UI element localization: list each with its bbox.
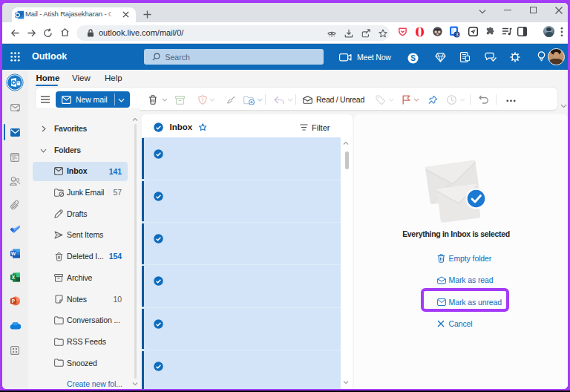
svg-text:3: 3 xyxy=(455,31,458,38)
svg-text:P: P xyxy=(11,298,15,304)
svg-text:X: X xyxy=(11,275,15,280)
svg-text:W: W xyxy=(10,250,16,255)
svg-text:S: S xyxy=(410,54,416,62)
